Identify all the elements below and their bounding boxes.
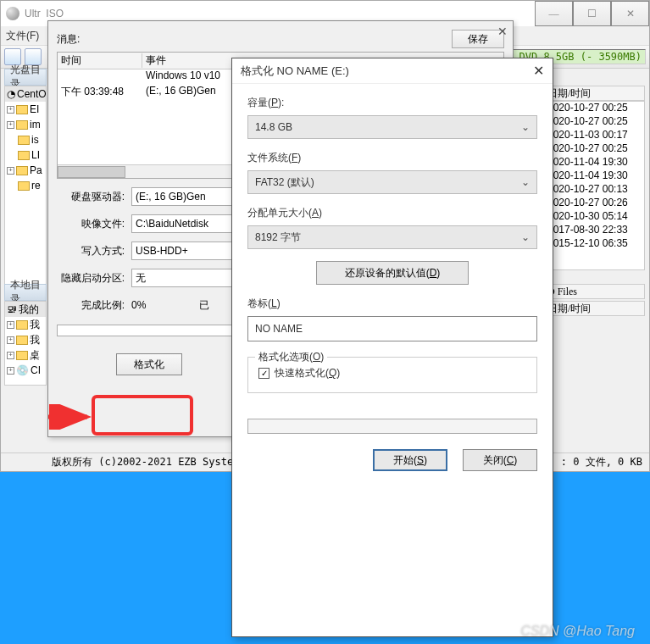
format-options-group: 格式化选项(O) ✓ 快速格式化(Q) — [247, 357, 537, 393]
label-drive: 硬盘驱动器: — [57, 190, 125, 204]
minimize-button[interactable]: — — [535, 1, 573, 26]
list-item[interactable]: 2020-10-27 00:25 — [544, 115, 644, 129]
tree-row[interactable]: +我 — [5, 317, 46, 332]
start-button[interactable]: 开始(S) — [373, 449, 447, 471]
label-allocation: 分配单元大小(A) — [247, 206, 537, 220]
local-tree[interactable]: 🖳我的 +我 +我 +桌 +💿CI — [4, 301, 47, 386]
volume-label-input[interactable]: NO NAME — [247, 316, 537, 341]
close-icon[interactable]: ✕ — [533, 63, 544, 79]
label-hide: 隐藏启动分区: — [57, 271, 125, 286]
close-button[interactable]: ✕ — [611, 1, 649, 26]
list-header-date2: 日期/时间 — [543, 301, 645, 316]
local-list-header: D Files — [543, 284, 645, 299]
close-button[interactable]: 关闭(C) — [463, 449, 537, 471]
list-item[interactable]: 2020-11-03 00:17 — [544, 129, 644, 142]
list-item[interactable]: 2015-12-10 06:35 — [544, 237, 644, 251]
list-item[interactable]: 2020-11-04 19:30 — [544, 169, 644, 183]
label-filesystem: 文件系统(F) — [247, 151, 537, 165]
restore-defaults-button[interactable]: 还原设备的默认值(D) — [316, 261, 469, 285]
format-button[interactable]: 格式化 — [116, 353, 182, 375]
window-title: Ultr ISO — [25, 8, 535, 19]
chevron-down-icon: ⌄ — [521, 176, 530, 188]
tree-row[interactable]: LI — [5, 147, 46, 163]
list-item[interactable]: 2017-08-30 22:33 — [544, 224, 644, 237]
format-title: 格式化 NO NAME (E:) — [241, 64, 533, 79]
window-controls: — ☐ ✕ — [535, 1, 649, 26]
maximize-button[interactable]: ☐ — [573, 1, 611, 26]
allocation-select[interactable]: 8192 字节⌄ — [247, 225, 537, 249]
menu-file[interactable]: 文件(F) — [6, 29, 39, 43]
label-image: 映像文件: — [57, 217, 125, 231]
col-time: 时间 — [58, 53, 142, 68]
arrow-icon — [47, 404, 97, 430]
list-item[interactable]: 2020-10-27 00:25 — [544, 102, 644, 115]
app-icon — [6, 7, 19, 20]
message-label: 消息: — [57, 32, 80, 47]
label-write: 写入方式: — [57, 244, 125, 258]
close-icon[interactable]: ✕ — [497, 25, 508, 38]
tree-row[interactable]: +桌 — [5, 347, 46, 363]
format-options-legend: 格式化选项(O) — [255, 350, 327, 364]
tree-row[interactable]: re — [5, 178, 46, 193]
tree-row[interactable]: +💿CI — [5, 363, 46, 378]
label-progress: 完成比例: — [57, 298, 125, 313]
format-titlebar: 格式化 NO NAME (E:) ✕ — [232, 58, 553, 84]
tree-row[interactable]: is — [5, 132, 46, 147]
capacity-select[interactable]: 14.8 GB⌄ — [247, 115, 537, 139]
tree-row[interactable]: +我 — [5, 332, 46, 347]
list-item[interactable]: 2020-11-04 19:30 — [544, 156, 644, 169]
filesystem-select[interactable]: FAT32 (默认)⌄ — [247, 170, 537, 194]
disc-tree[interactable]: ◔CentO +EI +im is LI +Pa re — [4, 86, 47, 289]
list-item[interactable]: 2020-10-27 00:13 — [544, 183, 644, 197]
disc-pane-header: 光盘目录 — [4, 69, 47, 86]
chevron-down-icon: ⌄ — [521, 121, 530, 133]
tree-row[interactable]: ◔CentO — [5, 86, 46, 102]
watermark: CSDN @Hao Tang — [520, 624, 635, 639]
tree-row[interactable]: +im — [5, 117, 46, 132]
list-item[interactable]: 2020-10-27 00:26 — [544, 197, 644, 210]
label-volume: 卷标(L) — [247, 297, 537, 311]
elapsed-label: 已 — [199, 298, 209, 313]
chevron-down-icon: ⌄ — [521, 231, 530, 243]
tree-row[interactable]: 🖳我的 — [5, 302, 46, 317]
tree-row[interactable]: +EI — [5, 102, 46, 117]
tree-row[interactable]: +Pa — [5, 163, 46, 178]
list-item[interactable]: 2020-10-27 00:25 — [544, 142, 644, 156]
footer-stat: : 0 文件, 0 KB — [561, 455, 642, 469]
format-progress — [247, 419, 537, 434]
copyright: 版权所有 (c)2002-2021 EZB Systems — [1, 455, 246, 469]
local-pane-header: 本地目录 — [4, 284, 47, 301]
label-capacity: 容量(P): — [247, 96, 537, 110]
list-item[interactable]: 2020-10-30 05:14 — [544, 210, 644, 224]
list-header-date: 日期/时间 — [543, 86, 645, 101]
progress-pct: 0% — [131, 299, 199, 311]
save-button[interactable]: 保存 — [452, 30, 504, 48]
format-dialog: 格式化 NO NAME (E:) ✕ 容量(P): 14.8 GB⌄ 文件系统(… — [231, 58, 553, 637]
file-list[interactable]: 2020-10-27 00:25 2020-10-27 00:25 2020-1… — [543, 101, 645, 270]
checkbox-icon: ✓ — [258, 368, 269, 379]
log-time: 下午 03:39:48 — [58, 85, 142, 100]
quick-format-checkbox[interactable]: ✓ 快速格式化(Q) — [258, 366, 526, 380]
